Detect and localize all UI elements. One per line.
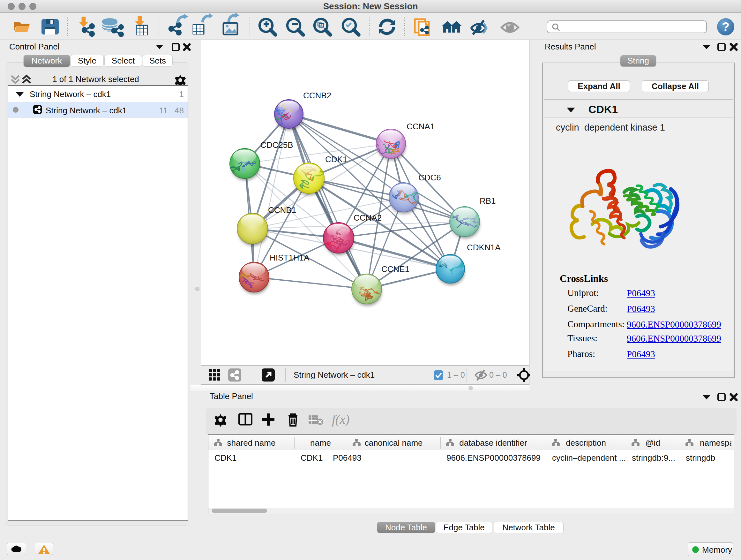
svg-text:CDKN1A: CDKN1A <box>467 243 501 252</box>
svg-text:CCNB1: CCNB1 <box>268 205 296 215</box>
svg-text:HIST1H1A: HIST1H1A <box>270 253 310 262</box>
svg-text:CDC6: CDC6 <box>418 173 441 182</box>
svg-text:CCNA2: CCNA2 <box>354 213 382 223</box>
svg-text:RB1: RB1 <box>480 196 496 206</box>
svg-text:CCNA1: CCNA1 <box>407 122 434 131</box>
svg-text:CCNE1: CCNE1 <box>381 264 409 274</box>
svg-text:CDC25B: CDC25B <box>260 140 293 150</box>
svg-text:CDK1: CDK1 <box>325 154 347 164</box>
svg-text:CCNB2: CCNB2 <box>303 91 331 100</box>
